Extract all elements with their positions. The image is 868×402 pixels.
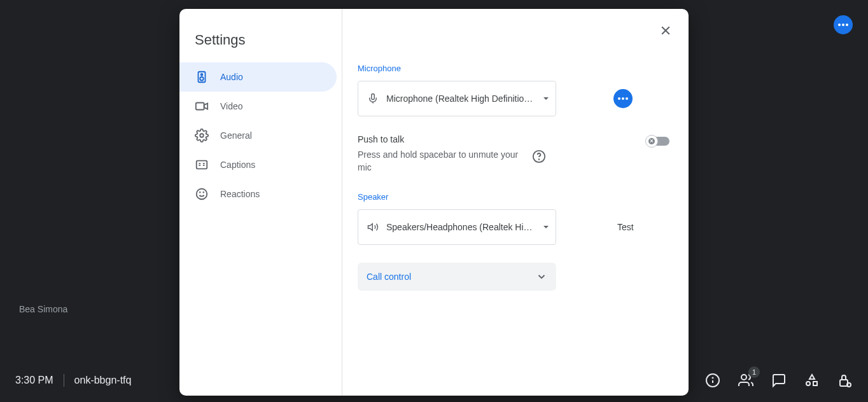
svg-point-3 xyxy=(741,375,746,380)
smile-icon xyxy=(195,187,209,201)
toggle-knob xyxy=(645,135,658,148)
shapes-icon xyxy=(804,373,820,388)
sidebar-item-label: Video xyxy=(220,101,243,111)
svg-point-4 xyxy=(806,382,810,385)
speaker-dropdown[interactable]: Speakers/Headphones (Realtek Hig… xyxy=(358,209,556,245)
people-count-badge: 1 xyxy=(748,366,760,378)
svg-rect-11 xyxy=(196,103,204,110)
push-to-talk-title: Push to talk xyxy=(358,134,546,144)
info-icon xyxy=(705,373,720,388)
settings-modal: Settings Audio Video General Captions Re… xyxy=(179,9,689,396)
sidebar-item-label: General xyxy=(220,130,252,141)
svg-rect-13 xyxy=(197,161,207,169)
participant-name-label: Bea Simona xyxy=(19,304,67,314)
settings-sidebar: Settings Audio Video General Captions Re… xyxy=(179,9,342,396)
activities-button[interactable] xyxy=(804,373,820,388)
microphone-section-label: Microphone xyxy=(358,64,669,73)
gear-icon xyxy=(195,128,209,142)
svg-point-9 xyxy=(201,74,203,76)
video-icon xyxy=(195,99,209,113)
settings-title: Settings xyxy=(179,24,342,62)
svg-point-2 xyxy=(713,378,713,378)
close-icon xyxy=(659,24,672,37)
microphone-dropdown[interactable]: Microphone (Realtek High Definitio… xyxy=(358,81,556,116)
help-icon[interactable] xyxy=(532,149,546,163)
bottom-right-icons: 1 xyxy=(705,373,853,388)
caret-down-icon xyxy=(543,95,549,102)
sidebar-item-general[interactable]: General xyxy=(179,121,337,150)
call-control-label: Call control xyxy=(367,272,411,282)
volume-icon xyxy=(367,221,379,233)
more-options-button[interactable] xyxy=(834,15,853,34)
sidebar-item-label: Captions xyxy=(220,160,255,170)
sidebar-item-video[interactable]: Video xyxy=(179,92,337,121)
svg-rect-19 xyxy=(372,94,375,100)
sidebar-item-captions[interactable]: Captions xyxy=(179,150,337,179)
svg-point-14 xyxy=(197,189,207,200)
push-to-talk-description: Press and hold spacebar to unmute your m… xyxy=(358,148,523,174)
captions-icon xyxy=(195,158,209,172)
mic-level-indicator[interactable] xyxy=(613,89,633,108)
chat-icon xyxy=(771,373,787,388)
microphone-value: Microphone (Realtek High Definitio… xyxy=(386,94,535,104)
host-controls-button[interactable] xyxy=(837,373,853,388)
more-horizontal-icon xyxy=(618,97,628,100)
push-to-talk-toggle[interactable] xyxy=(647,137,669,146)
sidebar-item-label: Reactions xyxy=(220,189,260,199)
svg-point-10 xyxy=(200,77,204,81)
caret-down-icon xyxy=(543,224,549,230)
svg-rect-5 xyxy=(813,382,817,385)
speaker-icon xyxy=(195,70,209,84)
people-button[interactable]: 1 xyxy=(738,373,753,388)
mic-icon xyxy=(367,93,379,104)
chat-button[interactable] xyxy=(771,373,787,388)
more-horizontal-icon xyxy=(838,24,848,26)
call-control-expander[interactable]: Call control xyxy=(358,263,556,291)
sidebar-item-audio[interactable]: Audio xyxy=(179,62,337,92)
speaker-value: Speakers/Headphones (Realtek Hig… xyxy=(386,222,535,232)
bottom-left-info: 3:30 PM onk-bbgn-tfq xyxy=(15,374,131,387)
svg-point-22 xyxy=(539,159,540,160)
settings-content: Microphone Microphone (Realtek High Defi… xyxy=(342,9,689,396)
divider xyxy=(64,374,64,387)
chevron-down-icon xyxy=(536,271,547,282)
close-button[interactable] xyxy=(657,22,675,39)
sidebar-item-reactions[interactable]: Reactions xyxy=(179,179,337,209)
svg-point-12 xyxy=(200,134,204,137)
svg-point-7 xyxy=(847,383,851,387)
sidebar-item-label: Audio xyxy=(220,72,243,82)
svg-point-15 xyxy=(200,192,200,193)
meeting-details-button[interactable] xyxy=(705,373,720,388)
clock-time: 3:30 PM xyxy=(15,375,53,386)
lock-person-icon xyxy=(837,373,853,388)
speaker-section-label: Speaker xyxy=(358,192,669,202)
svg-point-16 xyxy=(203,192,204,193)
test-speaker-button[interactable]: Test xyxy=(617,222,634,232)
meeting-code: onk-bbgn-tfq xyxy=(74,375,132,386)
